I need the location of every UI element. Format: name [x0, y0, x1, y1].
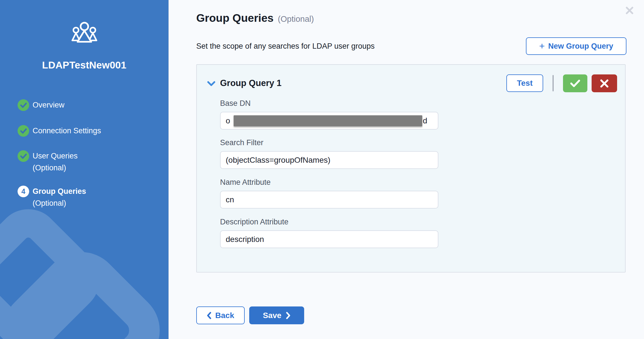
group-query-title: Group Query 1	[220, 78, 282, 88]
step-label: Connection Settings	[33, 126, 101, 135]
step-complete-check-icon	[18, 99, 29, 111]
base-dn-visible-prefix: o	[226, 116, 230, 125]
base-dn-visible-suffix: d	[423, 116, 427, 125]
description-attribute-input[interactable]	[220, 230, 438, 248]
step-sublabel: (Optional)	[33, 164, 164, 172]
sidebar-step-overview[interactable]: Overview	[18, 99, 164, 111]
new-group-query-label: New Group Query	[548, 42, 613, 51]
plus-icon: +	[539, 41, 545, 51]
sidebar-step-user-queries[interactable]: User Queries (Optional)	[18, 150, 164, 172]
search-filter-input[interactable]	[220, 151, 438, 169]
chevron-right-icon	[286, 312, 291, 319]
sidebar-step-connection-settings[interactable]: Connection Settings	[18, 125, 164, 137]
new-group-query-button[interactable]: + New Group Query	[526, 37, 626, 55]
check-icon	[570, 80, 580, 87]
ldap-connection-wizard: LDAPTestNew001 Overview Connection Setti…	[0, 0, 644, 339]
button-divider	[553, 75, 554, 91]
redaction-bar	[234, 115, 422, 126]
page-subtitle: Set the scope of any searches for LDAP u…	[196, 42, 375, 51]
wizard-sidebar: LDAPTestNew001 Overview Connection Setti…	[0, 0, 169, 339]
back-button[interactable]: Back	[196, 306, 245, 324]
test-button-label: Test	[517, 79, 533, 88]
step-number-badge: 4	[18, 186, 29, 197]
people-group-icon	[71, 22, 98, 45]
back-button-label: Back	[215, 311, 234, 320]
step-label: Overview	[33, 101, 65, 110]
reject-button[interactable]	[592, 74, 617, 92]
close-button[interactable]	[624, 5, 635, 16]
step-label: Group Queries	[33, 187, 86, 196]
base-dn-label: Base DN	[220, 99, 251, 108]
name-attribute-label: Name Attribute	[220, 178, 271, 187]
name-attribute-input[interactable]	[220, 191, 438, 209]
sidebar-step-group-queries[interactable]: 4 Group Queries (Optional)	[18, 186, 164, 208]
step-label: User Queries	[33, 152, 78, 160]
close-icon	[625, 6, 634, 15]
connection-name: LDAPTestNew001	[0, 59, 169, 71]
group-query-card: Group Query 1 Test Base DN o d	[196, 64, 626, 273]
base-dn-input[interactable]: o d	[220, 112, 438, 130]
step-complete-check-icon	[18, 150, 29, 162]
page-title: Group Queries	[196, 12, 274, 24]
step-sublabel: (Optional)	[33, 199, 164, 208]
chevron-left-icon	[207, 312, 211, 319]
save-button-label: Save	[263, 311, 281, 320]
description-attribute-label: Description Attribute	[220, 218, 289, 226]
test-button[interactable]: Test	[506, 74, 543, 92]
save-button[interactable]: Save	[249, 306, 304, 324]
search-filter-label: Search Filter	[220, 138, 263, 147]
step-complete-check-icon	[18, 125, 29, 137]
x-icon	[600, 79, 609, 88]
chevron-down-icon[interactable]	[207, 81, 216, 87]
approve-button[interactable]	[563, 74, 587, 92]
page-title-optional: (Optional)	[278, 14, 314, 24]
